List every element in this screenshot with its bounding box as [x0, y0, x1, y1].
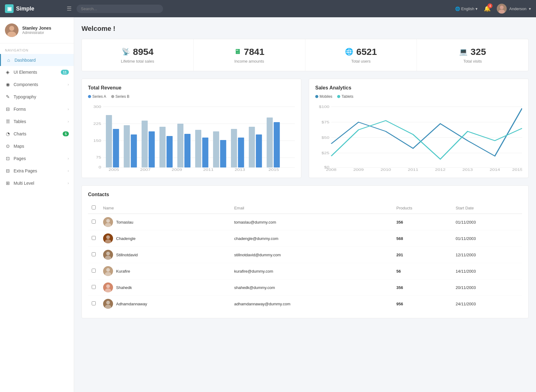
page-title: Welcome !: [82, 25, 529, 33]
sidebar-item-multi-level[interactable]: ⊞ Multi Level ›: [0, 177, 74, 189]
svg-rect-31: [238, 138, 244, 167]
svg-point-1: [500, 6, 504, 9]
sidebar-item-tables[interactable]: ☰ Tables ›: [0, 115, 74, 128]
row-checkbox[interactable]: [92, 252, 96, 256]
total-revenue-chart: Total Revenue Series A Series B 300 225 …: [82, 79, 301, 178]
charts-icon: ◔: [5, 131, 10, 137]
legend-dot-tablets: [337, 95, 340, 98]
row-name-cell: Tomaslau: [99, 214, 230, 230]
svg-text:2005: 2005: [109, 168, 119, 171]
row-products-cell: 956: [393, 296, 452, 312]
analytics-chart-title: Sales Analytics: [315, 85, 522, 91]
svg-text:$75: $75: [321, 121, 329, 124]
sidebar-item-typography[interactable]: ✎ Typography: [0, 91, 74, 103]
sidebar-item-forms[interactable]: ⊟ Forms ›: [0, 103, 74, 115]
row-checkbox[interactable]: [92, 236, 96, 240]
row-checkbox[interactable]: [92, 220, 96, 224]
multi-level-icon: ⊞: [5, 180, 10, 186]
app-logo[interactable]: ▣ Simple: [5, 4, 67, 13]
th-name: Name: [99, 202, 230, 214]
contact-avatar: [103, 250, 113, 260]
svg-text:150: 150: [93, 139, 101, 143]
row-checkbox[interactable]: [92, 285, 96, 289]
svg-text:2009: 2009: [353, 168, 364, 171]
svg-text:0: 0: [98, 166, 101, 169]
select-all-checkbox[interactable]: [92, 205, 96, 209]
row-checkbox-cell[interactable]: [88, 296, 99, 312]
stat-income: 🖥 7841 Income amounts: [194, 39, 305, 71]
svg-rect-22: [159, 127, 165, 167]
app-name: Simple: [16, 6, 34, 12]
row-name-cell: Stillnotdavid: [99, 247, 230, 263]
stat-income-number: 🖥 7841: [200, 47, 299, 57]
row-name-cell: Chadengle: [99, 230, 230, 247]
sidebar-item-dashboard[interactable]: ⌂ Dashboard: [0, 54, 74, 66]
stat-visits: 💻 325 Total visits: [417, 39, 528, 71]
components-icon: ◉: [5, 82, 10, 87]
sidebar-item-maps[interactable]: ⊙ Maps: [0, 140, 74, 152]
contact-name: Shahedk: [116, 285, 132, 290]
language-selector[interactable]: 🌐 English ▾: [455, 6, 478, 11]
svg-text:2015: 2015: [512, 168, 522, 171]
stat-users: 🌐 6521 Total users: [305, 39, 417, 71]
svg-rect-24: [177, 124, 183, 167]
row-email-cell: stillnotdavid@dummy.com: [230, 247, 392, 263]
svg-rect-26: [195, 130, 201, 167]
svg-text:2015: 2015: [269, 168, 279, 171]
sidebar-item-pages[interactable]: ⊡ Pages ›: [0, 152, 74, 165]
legend-series-b: Series B: [111, 94, 129, 99]
pages-arrow-icon: ›: [68, 156, 69, 161]
forms-icon: ⊟: [5, 106, 10, 112]
row-checkbox[interactable]: [92, 301, 96, 305]
row-checkbox-cell[interactable]: [88, 263, 99, 279]
row-checkbox[interactable]: [92, 269, 96, 273]
row-date-cell: 12/11/2003: [452, 247, 522, 263]
profile-role: Administrator: [22, 31, 51, 35]
th-checkbox: [88, 202, 99, 214]
forms-arrow-icon: ›: [68, 107, 69, 111]
tables-icon: ☰: [5, 119, 10, 124]
search-input[interactable]: [77, 5, 163, 13]
stat-sales: 📡 8954 Lifetime total sales: [82, 39, 194, 71]
stat-sales-icon: 📡: [122, 48, 130, 56]
row-checkbox-cell[interactable]: [88, 214, 99, 230]
stat-visits-icon: 💻: [459, 48, 467, 56]
hamburger-icon[interactable]: ☰: [67, 5, 72, 12]
svg-text:2013: 2013: [235, 168, 245, 171]
sidebar-item-components[interactable]: ◉ Components ›: [0, 78, 74, 91]
svg-rect-18: [124, 125, 130, 167]
maps-icon: ⊙: [5, 143, 10, 149]
row-date-cell: 14/11/2003: [452, 263, 522, 279]
row-email-cell: shahedk@dummy.com: [230, 279, 392, 296]
row-products-cell: 56: [393, 263, 452, 279]
bell-badge: 4: [488, 3, 492, 8]
forms-label: Forms: [14, 107, 65, 112]
revenue-chart-legend: Series A Series B: [88, 94, 295, 99]
th-products: Products: [393, 202, 452, 214]
legend-series-a: Series A: [88, 94, 106, 99]
legend-mobiles: Mobiles: [315, 94, 332, 99]
stat-users-icon: 🌐: [345, 48, 353, 56]
sidebar-profile: Stanley Jones Administrator: [0, 17, 74, 43]
sidebar-item-extra-pages[interactable]: ⊟ Extra Pages ›: [0, 165, 74, 177]
contact-avatar: [103, 283, 113, 292]
svg-rect-27: [202, 138, 208, 167]
sidebar-item-ui-elements[interactable]: ◈ UI Elements 11: [0, 66, 74, 78]
svg-rect-16: [106, 115, 112, 167]
charts-row: Total Revenue Series A Series B 300 225 …: [82, 79, 529, 178]
typography-label: Typography: [14, 94, 69, 99]
row-checkbox-cell[interactable]: [88, 279, 99, 296]
row-checkbox-cell[interactable]: [88, 230, 99, 247]
table-header-row: Name Email Products Start Date: [88, 202, 522, 214]
sidebar-item-charts[interactable]: ◔ Charts 5: [0, 128, 74, 140]
notifications-bell[interactable]: 🔔 4: [484, 5, 491, 12]
charts-badge: 5: [63, 131, 69, 136]
row-checkbox-cell[interactable]: [88, 247, 99, 263]
svg-rect-35: [274, 122, 280, 167]
dashboard-icon: ⌂: [6, 57, 11, 63]
svg-point-4: [9, 26, 14, 31]
nav-label: NAVIGATION: [0, 43, 74, 54]
user-menu[interactable]: Anderson ▾: [497, 4, 531, 14]
multi-level-label: Multi Level: [14, 181, 65, 186]
dashboard-label: Dashboard: [15, 58, 69, 63]
